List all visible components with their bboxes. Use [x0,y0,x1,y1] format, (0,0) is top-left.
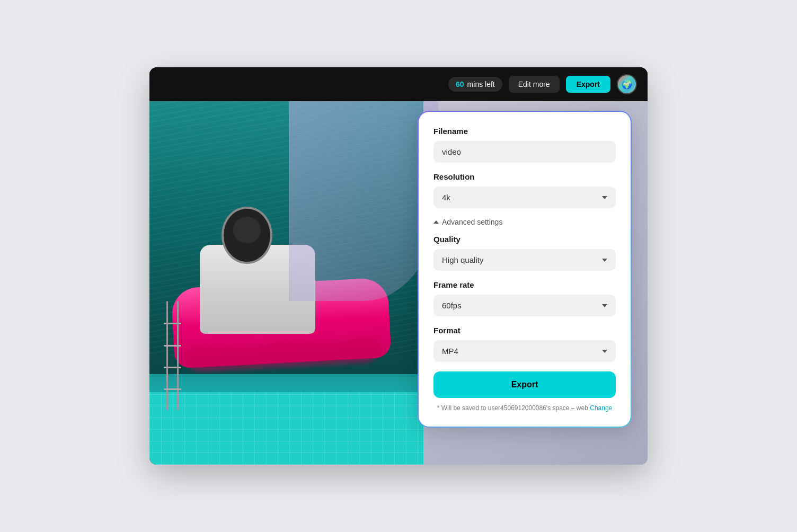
save-notice: * Will be saved to user4506912000086's s… [433,404,616,412]
ladder-rung [164,367,181,368]
ladder-rung [164,345,181,347]
framerate-label: Frame rate [433,280,616,289]
app-window: 60 mins left Edit more Export 🌍 [149,67,648,465]
framerate-dropdown[interactable]: 60fps [433,295,616,316]
save-notice-text: * Will be saved to user4506912000086's s… [437,404,588,412]
change-link[interactable]: Change [590,404,612,412]
pool-tiles [149,392,438,465]
framerate-value: 60fps [442,301,462,310]
filename-input[interactable] [433,141,616,163]
resolution-dropdown[interactable]: 4k [433,187,616,208]
ladder-rail-right [177,301,179,410]
quality-dropdown[interactable]: High quality [433,249,616,271]
ladder-rail-left [166,301,168,410]
filename-label: Filename [433,127,616,136]
mins-left-number: 60 [456,80,464,88]
export-panel: Filename Resolution 4k Advanced settings… [419,112,631,427]
avatar[interactable]: 🌍 [617,74,637,94]
mins-left-label: mins left [467,80,495,88]
astronaut-helmet [222,207,272,264]
chevron-down-icon [602,304,607,307]
format-label: Format [433,326,616,335]
quality-label: Quality [433,235,616,244]
format-dropdown[interactable]: MP4 [433,340,616,362]
advanced-settings-label: Advanced settings [442,218,502,226]
resolution-label: Resolution [433,172,616,181]
chevron-down-icon [602,259,607,262]
resolution-value: 4k [442,193,450,202]
export-main-button[interactable]: Export [433,371,616,398]
quality-value: High quality [442,255,483,264]
helmet-visor [233,217,261,243]
chevron-down-icon [602,196,607,199]
main-content: Filename Resolution 4k Advanced settings… [149,101,648,465]
format-value: MP4 [442,347,458,356]
export-panel-wrapper: Filename Resolution 4k Advanced settings… [418,111,632,428]
pool-ladder [164,301,181,410]
export-top-button[interactable]: Export [566,76,610,93]
advanced-settings-toggle[interactable]: Advanced settings [433,218,616,226]
ladder-rung [164,388,181,390]
edit-more-button[interactable]: Edit more [509,76,560,93]
top-bar: 60 mins left Edit more Export 🌍 [149,67,648,101]
chevron-up-icon [433,220,439,224]
mins-left-badge: 60 mins left [448,77,502,92]
chevron-down-icon [602,350,607,353]
overlay-purple [289,101,438,301]
